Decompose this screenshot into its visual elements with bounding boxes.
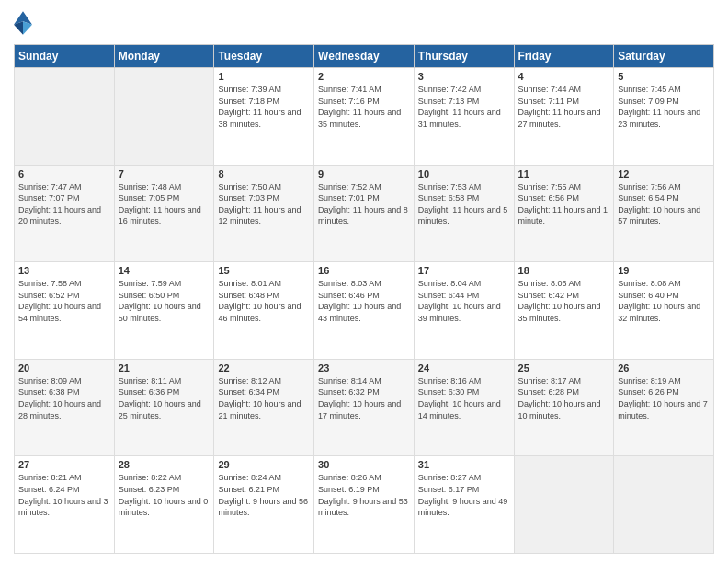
- calendar-day-cell: 11Sunrise: 7:55 AMSunset: 6:56 PMDayligh…: [514, 165, 614, 262]
- day-info: Sunrise: 8:26 AMSunset: 6:19 PMDaylight:…: [318, 472, 410, 518]
- day-number: 7: [119, 168, 210, 179]
- day-number: 1: [218, 71, 310, 82]
- calendar-day-cell: 1Sunrise: 7:39 AMSunset: 7:18 PMDaylight…: [214, 68, 314, 166]
- day-number: 15: [218, 265, 310, 276]
- day-number: 31: [418, 459, 510, 470]
- calendar-day-cell: 19Sunrise: 8:08 AMSunset: 6:40 PMDayligh…: [614, 262, 714, 360]
- calendar-week-row: 27Sunrise: 8:21 AMSunset: 6:24 PMDayligh…: [15, 456, 714, 554]
- day-info: Sunrise: 7:52 AMSunset: 7:01 PMDaylight:…: [318, 181, 410, 227]
- day-number: 5: [618, 71, 710, 82]
- day-info: Sunrise: 7:59 AMSunset: 6:50 PMDaylight:…: [119, 278, 210, 324]
- page: SundayMondayTuesdayWednesdayThursdayFrid…: [0, 0, 728, 563]
- calendar-day-cell: 5Sunrise: 7:45 AMSunset: 7:09 PMDaylight…: [614, 68, 714, 166]
- day-info: Sunrise: 7:50 AMSunset: 7:03 PMDaylight:…: [218, 181, 310, 227]
- calendar-day-cell: 10Sunrise: 7:53 AMSunset: 6:58 PMDayligh…: [414, 165, 514, 262]
- calendar-day-cell: 12Sunrise: 7:56 AMSunset: 6:54 PMDayligh…: [614, 165, 714, 262]
- calendar-day-cell: 21Sunrise: 8:11 AMSunset: 6:36 PMDayligh…: [114, 359, 214, 456]
- calendar-day-cell: 26Sunrise: 8:19 AMSunset: 6:26 PMDayligh…: [614, 359, 714, 456]
- calendar-day-cell: 23Sunrise: 8:14 AMSunset: 6:32 PMDayligh…: [314, 359, 415, 456]
- day-number: 6: [18, 168, 110, 179]
- day-number: 19: [618, 265, 710, 276]
- day-number: 28: [119, 459, 210, 470]
- header: [14, 9, 714, 37]
- day-info: Sunrise: 8:22 AMSunset: 6:23 PMDaylight:…: [119, 472, 210, 518]
- day-info: Sunrise: 8:04 AMSunset: 6:44 PMDaylight:…: [418, 278, 510, 324]
- day-info: Sunrise: 8:09 AMSunset: 6:38 PMDaylight:…: [18, 375, 110, 421]
- day-number: 4: [518, 71, 610, 82]
- weekday-header: Saturday: [614, 45, 714, 68]
- day-info: Sunrise: 7:47 AMSunset: 7:07 PMDaylight:…: [18, 181, 110, 227]
- day-number: 26: [618, 362, 710, 373]
- calendar-day-cell: 17Sunrise: 8:04 AMSunset: 6:44 PMDayligh…: [414, 262, 514, 360]
- day-info: Sunrise: 7:42 AMSunset: 7:13 PMDaylight:…: [418, 84, 510, 130]
- calendar-week-row: 6Sunrise: 7:47 AMSunset: 7:07 PMDaylight…: [15, 165, 714, 262]
- calendar-day-cell: [514, 456, 614, 554]
- day-info: Sunrise: 7:41 AMSunset: 7:16 PMDaylight:…: [318, 84, 410, 130]
- calendar-day-cell: 9Sunrise: 7:52 AMSunset: 7:01 PMDaylight…: [314, 165, 415, 262]
- calendar-header-row: SundayMondayTuesdayWednesdayThursdayFrid…: [15, 45, 714, 68]
- day-number: 17: [418, 265, 510, 276]
- day-number: 22: [218, 362, 310, 373]
- day-info: Sunrise: 8:14 AMSunset: 6:32 PMDaylight:…: [318, 375, 410, 421]
- weekday-header: Wednesday: [314, 45, 415, 68]
- day-info: Sunrise: 8:17 AMSunset: 6:28 PMDaylight:…: [518, 375, 610, 421]
- day-number: 13: [18, 265, 110, 276]
- calendar-day-cell: 8Sunrise: 7:50 AMSunset: 7:03 PMDaylight…: [214, 165, 314, 262]
- weekday-header: Sunday: [15, 45, 115, 68]
- day-number: 25: [518, 362, 610, 373]
- calendar-day-cell: [114, 68, 214, 166]
- calendar-day-cell: 30Sunrise: 8:26 AMSunset: 6:19 PMDayligh…: [314, 456, 415, 554]
- calendar-day-cell: 31Sunrise: 8:27 AMSunset: 6:17 PMDayligh…: [414, 456, 514, 554]
- day-info: Sunrise: 7:55 AMSunset: 6:56 PMDaylight:…: [518, 181, 610, 227]
- day-number: 29: [218, 459, 310, 470]
- calendar-day-cell: 3Sunrise: 7:42 AMSunset: 7:13 PMDaylight…: [414, 68, 514, 166]
- calendar-day-cell: [614, 456, 714, 554]
- calendar-week-row: 1Sunrise: 7:39 AMSunset: 7:18 PMDaylight…: [15, 68, 714, 166]
- calendar-day-cell: 7Sunrise: 7:48 AMSunset: 7:05 PMDaylight…: [114, 165, 214, 262]
- day-info: Sunrise: 8:12 AMSunset: 6:34 PMDaylight:…: [218, 375, 310, 421]
- calendar-day-cell: 22Sunrise: 8:12 AMSunset: 6:34 PMDayligh…: [214, 359, 314, 456]
- calendar-day-cell: 25Sunrise: 8:17 AMSunset: 6:28 PMDayligh…: [514, 359, 614, 456]
- calendar-day-cell: 28Sunrise: 8:22 AMSunset: 6:23 PMDayligh…: [114, 456, 214, 554]
- calendar-table: SundayMondayTuesdayWednesdayThursdayFrid…: [14, 44, 714, 554]
- day-number: 27: [18, 459, 110, 470]
- calendar-week-row: 13Sunrise: 7:58 AMSunset: 6:52 PMDayligh…: [15, 262, 714, 360]
- calendar-day-cell: 27Sunrise: 8:21 AMSunset: 6:24 PMDayligh…: [15, 456, 115, 554]
- day-info: Sunrise: 8:11 AMSunset: 6:36 PMDaylight:…: [119, 375, 210, 421]
- day-number: 11: [518, 168, 610, 179]
- day-number: 14: [119, 265, 210, 276]
- day-info: Sunrise: 7:45 AMSunset: 7:09 PMDaylight:…: [618, 84, 710, 130]
- weekday-header: Tuesday: [214, 45, 314, 68]
- day-info: Sunrise: 8:06 AMSunset: 6:42 PMDaylight:…: [518, 278, 610, 324]
- day-info: Sunrise: 7:56 AMSunset: 6:54 PMDaylight:…: [618, 181, 710, 227]
- day-number: 20: [18, 362, 110, 373]
- calendar-day-cell: 24Sunrise: 8:16 AMSunset: 6:30 PMDayligh…: [414, 359, 514, 456]
- weekday-header: Friday: [514, 45, 614, 68]
- calendar-day-cell: 6Sunrise: 7:47 AMSunset: 7:07 PMDaylight…: [15, 165, 115, 262]
- day-number: 23: [318, 362, 410, 373]
- day-info: Sunrise: 8:08 AMSunset: 6:40 PMDaylight:…: [618, 278, 710, 324]
- calendar-day-cell: 4Sunrise: 7:44 AMSunset: 7:11 PMDaylight…: [514, 68, 614, 166]
- day-info: Sunrise: 8:01 AMSunset: 6:48 PMDaylight:…: [218, 278, 310, 324]
- weekday-header: Thursday: [414, 45, 514, 68]
- day-info: Sunrise: 8:27 AMSunset: 6:17 PMDaylight:…: [418, 472, 510, 518]
- day-number: 24: [418, 362, 510, 373]
- day-number: 21: [119, 362, 210, 373]
- calendar-day-cell: [15, 68, 115, 166]
- day-number: 12: [618, 168, 710, 179]
- calendar-day-cell: 2Sunrise: 7:41 AMSunset: 7:16 PMDaylight…: [314, 68, 415, 166]
- calendar-day-cell: 18Sunrise: 8:06 AMSunset: 6:42 PMDayligh…: [514, 262, 614, 360]
- day-info: Sunrise: 7:39 AMSunset: 7:18 PMDaylight:…: [218, 84, 310, 130]
- day-info: Sunrise: 8:03 AMSunset: 6:46 PMDaylight:…: [318, 278, 410, 324]
- day-number: 30: [318, 459, 410, 470]
- calendar-day-cell: 14Sunrise: 7:59 AMSunset: 6:50 PMDayligh…: [114, 262, 214, 360]
- day-info: Sunrise: 8:21 AMSunset: 6:24 PMDaylight:…: [18, 472, 110, 518]
- weekday-header: Monday: [114, 45, 214, 68]
- day-info: Sunrise: 7:58 AMSunset: 6:52 PMDaylight:…: [18, 278, 110, 324]
- day-number: 10: [418, 168, 510, 179]
- day-info: Sunrise: 8:24 AMSunset: 6:21 PMDaylight:…: [218, 472, 310, 518]
- day-info: Sunrise: 7:53 AMSunset: 6:58 PMDaylight:…: [418, 181, 510, 227]
- day-number: 3: [418, 71, 510, 82]
- day-number: 2: [318, 71, 410, 82]
- day-number: 18: [518, 265, 610, 276]
